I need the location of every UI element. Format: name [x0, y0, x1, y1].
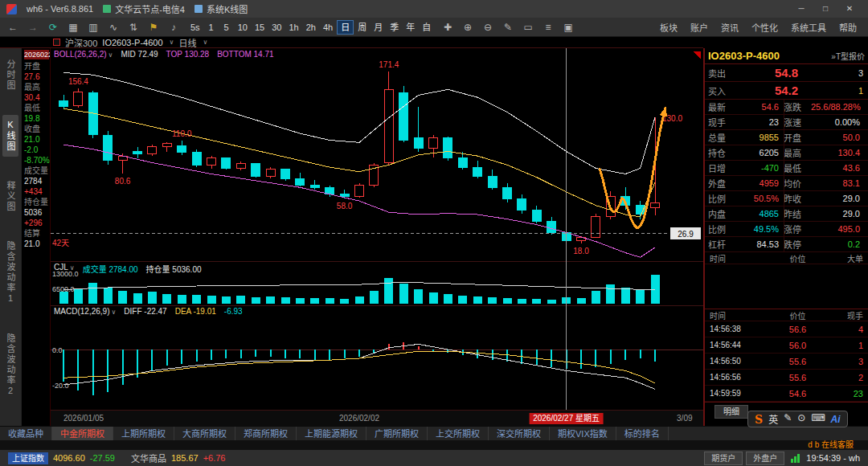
- market-tab-大商所期权[interactable]: 大商所期权: [174, 427, 235, 440]
- app-title: wh6 - Ver6.8.861: [27, 4, 93, 14]
- zoom-in-icon[interactable]: ⊕: [460, 19, 476, 35]
- t-quote-link[interactable]: »T型报价: [831, 50, 865, 62]
- market-tab-上期能源期权[interactable]: 上期能源期权: [297, 427, 366, 440]
- market-tab-郑商所期权[interactable]: 郑商所期权: [235, 427, 297, 440]
- draw-icon[interactable]: ✎: [500, 19, 516, 35]
- timeframe-季[interactable]: 季: [387, 20, 402, 35]
- market-tab-上交所期权[interactable]: 上交所期权: [428, 427, 489, 440]
- quote-panel: IO2603-P-4600 »T型报价 卖出 54.8 3 买入 54.2 1 …: [703, 48, 868, 426]
- stat-row: 最新54.6涨跌25.6/88.28%: [705, 100, 868, 115]
- symbol-group: 沪深300: [65, 36, 97, 49]
- timeframe-1[interactable]: 1: [204, 20, 219, 35]
- view-tab-释义图[interactable]: 释义图: [2, 176, 18, 217]
- ime-toolbar[interactable]: S 英✎⊙⌨ Ai: [747, 411, 848, 427]
- candle-date: 20260227: [24, 50, 49, 59]
- ask-row[interactable]: 卖出 54.8 3: [705, 64, 868, 82]
- market-tab-期权VIX指数[interactable]: 期权VIX指数: [550, 427, 616, 440]
- tab-detail[interactable]: 明细: [714, 405, 748, 419]
- symbol-caret-icon[interactable]: ∨: [170, 39, 174, 46]
- market-tab-上期所期权[interactable]: 上期所期权: [113, 427, 174, 440]
- close-button[interactable]: ✕: [837, 0, 862, 18]
- refresh-icon[interactable]: ⟳: [45, 19, 61, 35]
- trend-line-icon[interactable]: ∿: [105, 19, 121, 35]
- window-icon[interactable]: ▣: [560, 19, 576, 35]
- menu-板块[interactable]: 板块: [660, 21, 678, 34]
- timeframe-5[interactable]: 5: [219, 20, 234, 35]
- market-tab-广期所期权[interactable]: 广期所期权: [366, 427, 428, 440]
- forward-icon[interactable]: →: [25, 19, 41, 35]
- compare-icon[interactable]: ⇅: [125, 19, 141, 35]
- index2-label[interactable]: 文华商品: [131, 452, 166, 464]
- chart-region[interactable]: 26.9156.4110.080.6171.458.018.0130.01300…: [50, 48, 703, 426]
- ime-icon-1[interactable]: ✎: [784, 412, 792, 426]
- account-期货户[interactable]: 期货户: [704, 452, 743, 465]
- timeframe-周[interactable]: 周: [354, 20, 370, 35]
- left-data-value: 2784: [24, 176, 49, 186]
- view-tab-分时图[interactable]: 分时图: [2, 55, 18, 96]
- view-tab-K线图[interactable]: K线图: [2, 115, 18, 157]
- left-data-label: 持仓量: [24, 197, 49, 207]
- left-data-value: 21.0: [24, 239, 49, 249]
- ime-icon-3[interactable]: ⌨: [811, 412, 825, 426]
- menu-个性化[interactable]: 个性化: [751, 21, 778, 34]
- rect-tool-icon[interactable]: ▭: [520, 19, 536, 35]
- stat-row: 比例50.5%昨收29.0: [705, 191, 868, 206]
- crosshair-icon[interactable]: ✚: [440, 19, 456, 35]
- ime-ai-button[interactable]: Ai: [831, 414, 841, 425]
- market-tab-深交所期权[interactable]: 深交所期权: [489, 427, 550, 440]
- menu-账户[interactable]: 账户: [690, 21, 708, 34]
- list-icon[interactable]: ≡: [540, 19, 556, 35]
- timeframe-日[interactable]: 日: [337, 20, 354, 35]
- timeframe-年[interactable]: 年: [403, 20, 418, 35]
- timeframe-月[interactable]: 月: [371, 20, 386, 35]
- period-caret-icon[interactable]: ∨: [203, 39, 207, 46]
- ime-items: 英✎⊙⌨: [768, 412, 825, 426]
- status-area: d b 在线客服 上证指数 4096.60 -27.59 文华商品 185.67…: [0, 440, 868, 466]
- timeframe-15[interactable]: 15: [252, 20, 268, 35]
- market-tab-收藏品种[interactable]: 收藏品种: [0, 427, 52, 440]
- bell-icon[interactable]: ♪: [166, 19, 182, 35]
- flag-icon[interactable]: ⚑: [145, 19, 162, 35]
- bid-row[interactable]: 买入 54.2 1: [705, 82, 868, 100]
- trade-row: 14:56:3856.64: [705, 321, 868, 337]
- view-tab-隐含波动率2[interactable]: 隐含波动率2: [2, 329, 18, 402]
- stat-row: 比例49.5%涨停495.0: [705, 222, 868, 237]
- sogou-logo-icon[interactable]: S: [755, 413, 763, 426]
- timeframe-1h[interactable]: 1h: [285, 20, 301, 35]
- timeframe-2h[interactable]: 2h: [303, 20, 319, 35]
- svg-text:0.0: 0.0: [52, 346, 63, 354]
- market-tab-中金所期权[interactable]: 中金所期权: [52, 427, 113, 440]
- menu-系统工具[interactable]: 系统工具: [791, 21, 826, 34]
- timeframe-5s[interactable]: 5s: [187, 20, 203, 35]
- timeframe-30[interactable]: 30: [268, 20, 285, 35]
- connection-signal-icon: [791, 453, 800, 463]
- grid-view-icon[interactable]: ▦: [65, 19, 81, 35]
- market-tab-标的排名[interactable]: 标的排名: [616, 427, 669, 440]
- svg-text:18.0: 18.0: [573, 247, 589, 255]
- timeframe-4h[interactable]: 4h: [320, 20, 336, 35]
- chart-type-icon[interactable]: ▥: [85, 19, 101, 35]
- stat-row: 持仓6205最高130.4: [705, 145, 868, 161]
- left-data-fields: 开盘27.6最高30.4最低19.8收盘21.0-2.0-8.70%成交量278…: [24, 61, 49, 249]
- zoom-out-icon[interactable]: ⊖: [480, 19, 496, 35]
- menu-帮助[interactable]: 帮助: [839, 21, 857, 34]
- index1-label[interactable]: 上证指数: [8, 452, 48, 464]
- chart-header: 沪深300 IO2603-P-4600 ∨ 日线 ∨: [0, 37, 703, 48]
- timeframe-自[interactable]: 自: [419, 20, 434, 35]
- view-tab-隐含波动率1[interactable]: 隐含波动率1: [2, 236, 18, 309]
- ime-icon-0[interactable]: 英: [768, 412, 778, 426]
- minimize-button[interactable]: ─: [789, 0, 813, 18]
- menu-资讯[interactable]: 资讯: [721, 21, 739, 34]
- toolbar-right-icons: ✚⊕⊖✎▭≡▣: [440, 19, 576, 35]
- svg-text:110.0: 110.0: [172, 129, 192, 138]
- maximize-button[interactable]: □: [813, 0, 837, 18]
- cloud-node[interactable]: 文华云节点-电信4: [103, 2, 185, 15]
- online-service-link[interactable]: d b 在线客服: [808, 440, 854, 450]
- account-外盘户[interactable]: 外盘户: [746, 452, 784, 465]
- period-select[interactable]: 日线: [178, 36, 196, 49]
- date-axis: 2026/01/052026/02/022026/02/27 星期五3/09: [51, 410, 703, 426]
- back-icon[interactable]: ←: [5, 19, 21, 35]
- symbol-name[interactable]: IO2603-P-4600: [102, 38, 162, 47]
- timeframe-10[interactable]: 10: [235, 20, 251, 35]
- ime-icon-2[interactable]: ⊙: [797, 412, 805, 426]
